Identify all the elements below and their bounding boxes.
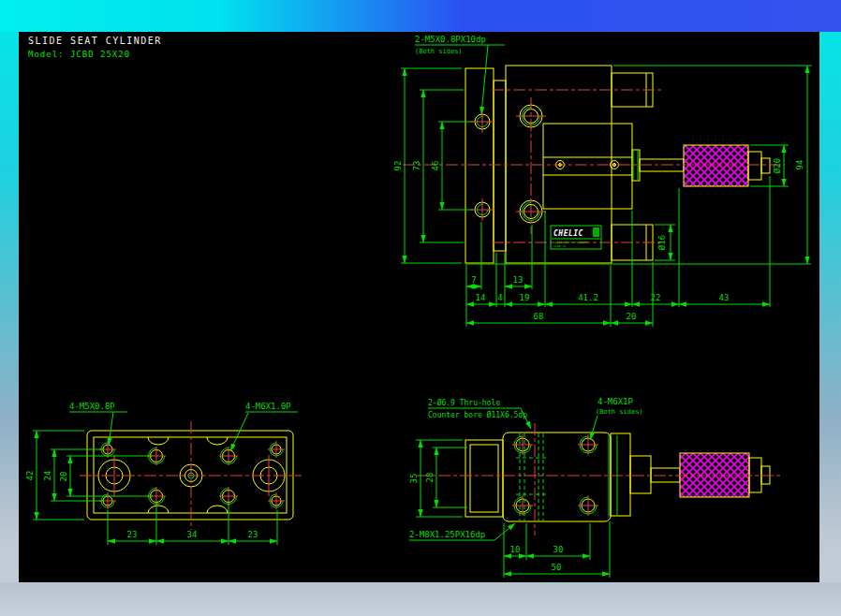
- callout-m5-line1: 2-M5X0.8PX10dp: [415, 35, 486, 44]
- brand-logo: CHELIC: [553, 229, 583, 238]
- dim-19: 19: [520, 293, 530, 302]
- callout-4m5: 4-M5X0.8P: [69, 402, 115, 411]
- dim-4: 4: [497, 293, 502, 302]
- knurled-knob: [684, 145, 748, 186]
- dim-50: 50: [552, 563, 562, 572]
- callout-m8: 2-M8X1.25PX16dp: [409, 530, 485, 539]
- dim-30: 30: [553, 545, 564, 554]
- dim-68: 68: [534, 312, 544, 321]
- callout-thru-line2: Counter bore Ø11X6.5dp: [428, 410, 527, 419]
- callout-m5-line2: (Both sides): [415, 48, 463, 55]
- dim-46: 46: [431, 161, 440, 171]
- dim-43: 43: [719, 293, 730, 302]
- dim-92: 92: [393, 161, 403, 171]
- callout-4m6: 4-M6X1.0P: [245, 402, 291, 411]
- dim-20: 20: [627, 312, 637, 321]
- dim-14: 14: [476, 293, 486, 302]
- dim-13: 13: [513, 275, 524, 285]
- callout-4m6x1p-line1: 4-M6X1P: [598, 397, 634, 406]
- dim-42: 42: [25, 471, 35, 481]
- dim-10: 10: [510, 545, 521, 554]
- dim-20-plate: 20: [59, 472, 68, 482]
- drawing-model: Model: JCBD 25X20: [28, 50, 130, 59]
- dim-7: 7: [471, 275, 476, 285]
- dim-35: 35: [409, 474, 419, 484]
- dim-22: 22: [651, 293, 661, 302]
- nameplate-sub2: JCBD 25: [553, 244, 567, 248]
- drawing-canvas: [19, 32, 819, 582]
- dim-23a: 23: [127, 530, 138, 539]
- drawing-title: SLIDE SEAT CYLINDER: [28, 36, 162, 46]
- logo-mark: [593, 227, 599, 237]
- drawing-viewport: SLIDE SEAT CYLINDER Model: JCBD 25X20: [0, 0, 841, 616]
- dim-73: 73: [412, 161, 421, 171]
- dim-24: 24: [43, 471, 52, 481]
- dim-34: 34: [187, 530, 198, 539]
- dim-28: 28: [425, 473, 435, 483]
- cad-window: SLIDE SEAT CYLINDER Model: JCBD 25X20: [0, 0, 841, 616]
- dim-d20: Ø20: [773, 158, 782, 173]
- dim-d16: Ø16: [657, 235, 667, 250]
- callout-4m6x1p-line2: (Both sides): [596, 408, 643, 416]
- callout-thru-line1: 2-Ø6.9 Thru-hole: [428, 398, 500, 407]
- dim-94: 94: [795, 160, 804, 170]
- dim-23b: 23: [248, 530, 258, 539]
- dim-41-2: 41.2: [578, 293, 598, 302]
